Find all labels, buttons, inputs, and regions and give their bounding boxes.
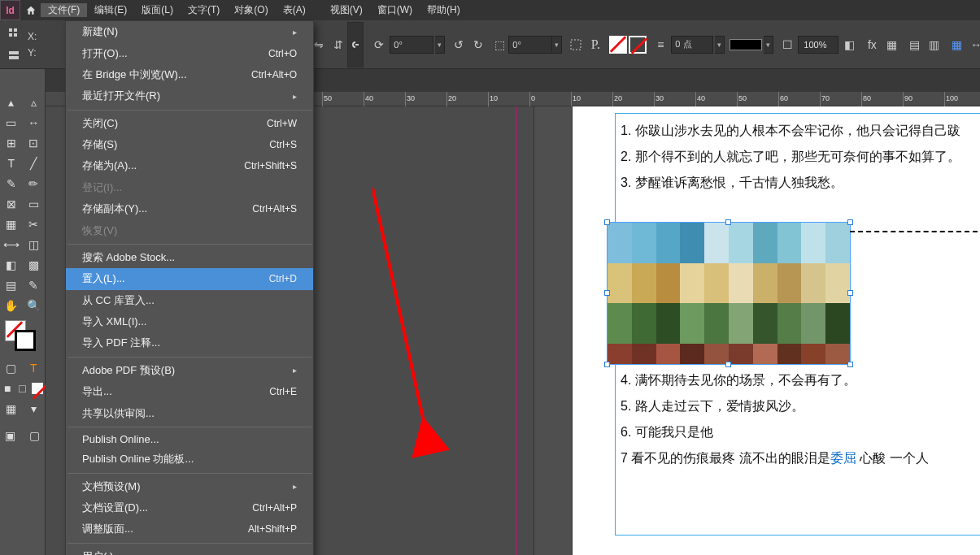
tool-hand[interactable]: ✋ xyxy=(0,295,23,315)
text-line: 6. 可能我只是他 xyxy=(621,424,976,441)
apply-icon[interactable]: ◧ xyxy=(840,36,858,54)
rotate-cw-icon[interactable]: ↻ xyxy=(469,36,487,54)
opacity[interactable]: 100% xyxy=(798,36,838,54)
grid-icon[interactable]: ▦ xyxy=(947,36,965,54)
wrap2-icon[interactable]: ▥ xyxy=(925,36,943,54)
tool-note[interactable]: ▤ xyxy=(0,275,23,295)
stroke-dd[interactable]: ▾ xyxy=(764,36,773,54)
mi-importpdf[interactable]: 导入 PDF 注释... xyxy=(66,332,313,353)
text-line: 3. 梦醒谁诉离愁恨，千古情人独我愁。 xyxy=(621,175,976,192)
mi-share[interactable]: 共享以供审阅... xyxy=(66,402,313,423)
tool-grid[interactable]: ▦ xyxy=(0,214,23,234)
rotate-ccw-icon[interactable]: ↺ xyxy=(450,36,468,54)
char-icon[interactable]: P. xyxy=(586,36,604,54)
stroke-color[interactable] xyxy=(730,39,762,50)
mi-open[interactable]: 打开(O)...Ctrl+O xyxy=(66,42,313,63)
mi-docsetup[interactable]: 文档设置(D)...Ctrl+Alt+P xyxy=(66,497,313,518)
strokew-dd[interactable]: ▾ xyxy=(715,36,725,54)
tool-apply-black[interactable]: ■ xyxy=(0,378,15,398)
bleed-area xyxy=(534,106,573,555)
tool-free[interactable]: ◫ xyxy=(23,234,46,254)
stroke-weight[interactable]: 0 点 xyxy=(671,36,713,54)
menubar: 文件(F) 编辑(E) 版面(L) 文字(T) 对象(O) 表(A) 视图(V)… xyxy=(41,3,980,17)
tool-type[interactable]: T xyxy=(0,153,23,173)
mi-pdfpreset[interactable]: Adobe PDF 预设(B) xyxy=(66,360,313,381)
mi-recent[interactable]: 最近打开文件(R) xyxy=(66,85,313,106)
mi-adjust[interactable]: 调整版面...Alt+Shift+P xyxy=(66,518,313,540)
tool-zoom[interactable]: 🔍 xyxy=(23,295,46,315)
mi-pubonline[interactable]: Publish Online... xyxy=(66,430,313,449)
mi-stock[interactable]: 搜索 Adobe Stock... xyxy=(66,247,313,268)
menu-edit[interactable]: 编辑(E) xyxy=(87,3,134,17)
mi-importxml[interactable]: 导入 XML(I)... xyxy=(66,311,313,332)
tool-line[interactable]: ╱ xyxy=(23,153,46,173)
tool-rect-frame[interactable]: ⊠ xyxy=(0,193,23,214)
tool-direct[interactable]: ▵ xyxy=(23,92,46,112)
tool-selection[interactable]: ▴ xyxy=(0,92,23,112)
sel-bounds-icon[interactable] xyxy=(567,36,585,54)
mi-save[interactable]: 存储(S)Ctrl+S xyxy=(66,134,313,155)
flip-v-icon[interactable]: ⇵ xyxy=(329,36,347,54)
tool-apply-none[interactable] xyxy=(30,378,45,398)
tool-content2[interactable]: ⊡ xyxy=(23,132,46,153)
tool-apply-white[interactable]: □ xyxy=(15,378,29,398)
tool-pen[interactable]: ✎ xyxy=(0,173,23,193)
mi-place[interactable]: 置入(L)...Ctrl+D xyxy=(66,268,313,289)
rotate-dd[interactable]: ▾ xyxy=(435,36,445,54)
tool-scissors[interactable]: ✂ xyxy=(23,214,46,234)
tool-gap[interactable]: ↔ xyxy=(23,112,46,132)
mi-savecopy[interactable]: 存储副本(Y)...Ctrl+Alt+S xyxy=(66,198,313,219)
svg-line-7 xyxy=(372,188,429,448)
menu-file[interactable]: 文件(F) xyxy=(41,3,87,17)
x-label: X: xyxy=(28,31,37,42)
tool-content[interactable]: ⊞ xyxy=(0,132,23,153)
tool-gradient[interactable]: ◧ xyxy=(0,254,23,275)
props-icon2[interactable] xyxy=(5,47,23,65)
tool-transform[interactable]: ⟷ xyxy=(0,234,23,254)
menu-layout[interactable]: 版面(L) xyxy=(134,3,181,17)
margin-guide xyxy=(516,106,516,555)
mi-close[interactable]: 关闭(C)Ctrl+W xyxy=(66,113,313,134)
tool-preview2[interactable]: ▢ xyxy=(25,425,45,445)
mi-user[interactable]: 用户(.)... xyxy=(66,546,313,555)
tool-format-container[interactable]: ▢ xyxy=(0,358,23,378)
menu-view[interactable]: 视图(V) xyxy=(323,3,370,17)
mi-cclib[interactable]: 从 CC 库置入... xyxy=(66,290,313,311)
home-icon[interactable] xyxy=(20,0,41,20)
menu-help[interactable]: 帮助(H) xyxy=(420,3,468,17)
tool-eyedrop[interactable]: ✎ xyxy=(23,275,46,295)
wrap1-icon[interactable]: ▤ xyxy=(905,36,923,54)
tool-preview[interactable]: ▣ xyxy=(0,425,20,445)
mi-browse[interactable]: 在 Bridge 中浏览(W)...Ctrl+Alt+O xyxy=(66,64,313,85)
shear-input[interactable]: 0° xyxy=(508,36,552,54)
fx-icon[interactable]: fx xyxy=(863,36,881,54)
mi-saveas[interactable]: 存储为(A)...Ctrl+Shift+S xyxy=(66,155,313,176)
placed-image[interactable] xyxy=(607,222,851,365)
mi-export[interactable]: 导出...Ctrl+E xyxy=(66,381,313,402)
menu-window[interactable]: 窗口(W) xyxy=(370,3,420,17)
fx-none-icon[interactable]: ☐ xyxy=(778,36,796,54)
props-icon[interactable] xyxy=(5,24,23,42)
mi-new[interactable]: 新建(N) xyxy=(66,21,313,42)
drop1-icon[interactable]: ▦ xyxy=(882,36,900,54)
shear-dd[interactable]: ▾ xyxy=(552,36,562,54)
menu-table[interactable]: 表(A) xyxy=(276,3,313,17)
menu-type[interactable]: 文字(T) xyxy=(181,3,227,17)
mi-pubpanel[interactable]: Publish Online 功能板... xyxy=(66,449,313,470)
tool-view-dd[interactable]: ▾ xyxy=(23,398,46,418)
tool-pencil[interactable]: ✏ xyxy=(23,173,46,193)
menu-object[interactable]: 对象(O) xyxy=(227,3,275,17)
fill-stroke-proxy[interactable] xyxy=(5,320,40,353)
tool-page[interactable]: ▭ xyxy=(0,112,23,132)
tool-view-mode[interactable]: ▦ xyxy=(0,398,23,418)
stroke-icon[interactable] xyxy=(629,36,647,54)
file-menu-dropdown: 新建(N) 打开(O)...Ctrl+O 在 Bridge 中浏览(W)...C… xyxy=(65,20,314,555)
link-panel[interactable] xyxy=(347,22,364,67)
mi-docpreset[interactable]: 文档预设(M) xyxy=(66,476,313,497)
fill-icon[interactable] xyxy=(609,36,627,54)
tool-format-text[interactable]: T xyxy=(23,358,46,378)
tool-swatch[interactable]: ▩ xyxy=(23,254,46,275)
mi-revert: 恢复(V) xyxy=(66,219,313,241)
rotate-input[interactable]: 0° xyxy=(390,36,433,54)
tool-rect[interactable]: ▭ xyxy=(23,193,46,214)
